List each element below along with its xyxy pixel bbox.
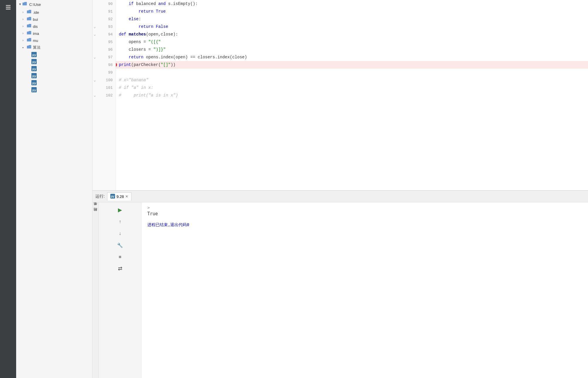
py2-icon: py	[31, 59, 37, 64]
run-arrow-up-button[interactable]: ↑	[115, 217, 125, 226]
py6-icon: py	[31, 87, 37, 92]
line-101: 101	[92, 84, 116, 91]
run-tab-label: 9.28	[116, 194, 124, 199]
arrow-dis: ›	[22, 25, 26, 28]
svg-text:py: py	[32, 67, 36, 71]
sidebar-item-py2[interactable]: › py	[16, 58, 92, 65]
run-output-area: > True 进程已结束,退出代码0	[141, 202, 588, 378]
line-93: ⌄ 93	[92, 23, 116, 30]
run-stop-button[interactable]: ■	[115, 252, 125, 262]
sidebar-item-py1[interactable]: › py	[16, 51, 92, 58]
svg-text:py: py	[32, 88, 36, 92]
py1-icon: py	[31, 52, 37, 57]
line-102: ⌄ 102	[92, 91, 116, 99]
code-line-97: 💡 return opens.index(open) == closers.in…	[119, 53, 588, 61]
svg-text:py: py	[32, 74, 36, 78]
run-toolbar: ▶ ↑ ↓ 🔧 ■ ⇄	[99, 202, 141, 378]
sidebar-item-ide[interactable]: › .ide	[16, 9, 92, 16]
editor-area: 90 91 92 ⌄ 93 ⌄ 94 95 96 ⌄ 97	[92, 0, 588, 378]
py-tab-icon: py	[110, 194, 115, 199]
output-exit-message: 进程已结束,退出代码0	[147, 222, 582, 228]
line-98: 98	[92, 61, 116, 69]
output-true-text: True	[147, 211, 582, 216]
run-header: 运行: py 9.28 ✕	[92, 191, 588, 202]
code-line-95: opens = "([{"	[119, 38, 588, 46]
code-editor[interactable]: 90 91 92 ⌄ 93 ⌄ 94 95 96 ⌄ 97	[92, 0, 588, 190]
line-100: ⌄ 100	[92, 76, 116, 84]
sidebar-item-mu[interactable]: › mu	[16, 37, 92, 44]
line-96: 96	[92, 46, 116, 53]
run-body: 书签 结构 ▶ ↑ ↓ 🔧 ■ ⇄ > True 进程已结束,退出代码0	[92, 202, 588, 378]
suanfa-label: 算法	[33, 45, 40, 50]
arrow-mu: ›	[22, 39, 26, 42]
arrow-bui: ›	[22, 18, 26, 21]
svg-rect-0	[6, 5, 11, 6]
code-line-101: # if "a" in x:	[119, 84, 588, 91]
folder-dis-icon	[27, 24, 31, 29]
sidebar-item-bui[interactable]: › bui	[16, 16, 92, 23]
run-arrow-down-button[interactable]: ↓	[115, 229, 125, 238]
run-tab-close[interactable]: ✕	[125, 194, 128, 199]
svg-text:py: py	[32, 60, 36, 64]
line-90: 90	[92, 0, 116, 8]
code-line-96: closers = ")]}"	[119, 46, 588, 53]
arrow-suanfa: ▾	[22, 46, 26, 50]
line-97: ⌄ 97	[92, 53, 116, 61]
sidebar-root[interactable]: ▼ C:\Use	[16, 0, 92, 9]
folder-ide-icon	[27, 10, 31, 15]
sidebar-arrow: ▼	[19, 3, 21, 6]
sidebar-item-py6[interactable]: › py	[16, 86, 92, 93]
run-rerun-button[interactable]: ⇄	[115, 264, 125, 273]
folder-ima-icon	[27, 31, 31, 36]
sidebar-item-ima[interactable]: › ima	[16, 30, 92, 37]
sidebar-item-py3[interactable]: › py	[16, 65, 92, 72]
run-wrench-button[interactable]: 🔧	[115, 240, 125, 250]
toolbar-files-icon[interactable]	[2, 1, 14, 13]
code-line-91: return True	[119, 8, 588, 15]
breakpoint-dot[interactable]	[116, 63, 117, 67]
folder-icon	[22, 2, 27, 7]
ima-label: ima	[33, 31, 39, 36]
folder-mu-icon	[27, 38, 31, 43]
code-line-98: print(parChecker("[]"))	[116, 61, 588, 69]
arrow-ide: ›	[22, 11, 26, 14]
line-92: 92	[92, 15, 116, 23]
sidebar-item-py4[interactable]: › py	[16, 72, 92, 79]
run-panel: 运行: py 9.28 ✕ 书签 结构	[92, 190, 588, 378]
dis-label: dis	[33, 24, 38, 29]
code-line-100: # x="banana"	[119, 76, 588, 84]
py4-icon: py	[31, 73, 37, 78]
bui-label: bui	[33, 17, 38, 22]
arrow-ima: ›	[22, 32, 26, 35]
side-labels: 书签 结构	[92, 202, 99, 378]
py5-icon: py	[31, 80, 37, 85]
svg-text:py: py	[32, 81, 36, 85]
run-label: 运行:	[95, 194, 105, 199]
sidebar-item-suanfa[interactable]: ▾ 算法	[16, 44, 92, 51]
code-line-90: if balanced and s.isEmpty():	[119, 0, 588, 8]
py3-icon: py	[31, 66, 37, 71]
run-tab[interactable]: py 9.28 ✕	[107, 192, 131, 201]
line-94: ⌄ 94	[92, 30, 116, 38]
run-play-button[interactable]: ▶	[115, 205, 125, 215]
code-line-92: else:	[119, 15, 588, 23]
ide-label: .ide	[33, 10, 39, 15]
line-91: 91	[92, 8, 116, 15]
line-95: 95	[92, 38, 116, 46]
sidebar-item-py5[interactable]: › py	[16, 79, 92, 86]
line-99: 99	[92, 69, 116, 76]
sidebar-item-dis[interactable]: › dis	[16, 23, 92, 30]
sidebar-tree: › .ide › bui › dis	[16, 9, 92, 378]
code-line-99	[119, 69, 588, 76]
code-line-94: def matches(open,close):	[119, 30, 588, 38]
output-prompt: >	[147, 205, 582, 210]
folder-suanfa-icon	[27, 45, 31, 50]
project-sidebar: ▼ C:\Use › .ide ›	[16, 0, 92, 378]
folder-bui-icon	[27, 17, 31, 22]
code-text-area[interactable]: if balanced and s.isEmpty(): return True…	[116, 0, 588, 190]
svg-text:py: py	[32, 53, 36, 57]
sidebar-root-label: C:\Use	[29, 2, 41, 7]
code-line-102: # print("a is in x")	[119, 91, 588, 99]
svg-rect-2	[6, 9, 11, 10]
mu-label: mu	[33, 38, 38, 43]
